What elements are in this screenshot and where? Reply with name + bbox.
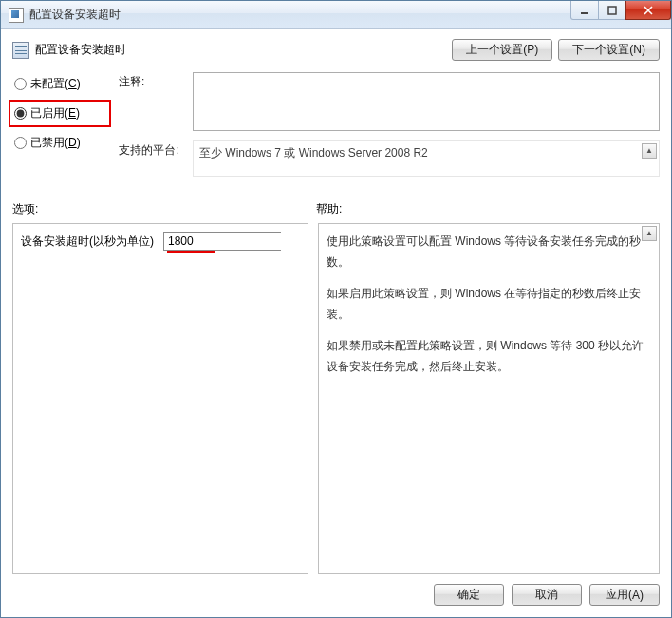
platform-scroll-up[interactable]: ▲ [642,143,657,159]
help-paragraph-1: 使用此策略设置可以配置 Windows 等待设备安装任务完成的秒数。 [327,232,651,272]
minimize-button[interactable] [570,1,599,20]
radio-not-configured[interactable]: 未配置(C) [12,74,107,94]
section-labels: 选项: 帮助: [12,201,660,217]
platform-text: 至少 Windows 7 或 Windows Server 2008 R2 [199,146,428,159]
timeout-option-row: 设备安装超时(以秒为单位) ▲ ▼ [21,232,300,251]
close-icon [644,6,653,15]
minimize-icon [580,6,589,15]
comment-textarea[interactable] [193,72,660,131]
right-column: 注释: 支持的平台: 至少 Windows 7 或 Windows Server… [119,72,660,177]
timeout-label: 设备安装超时(以秒为单位) [21,234,154,250]
next-setting-button[interactable]: 下一个设置(N) [558,39,660,61]
radio-disabled-label: 已禁用(D) [30,135,81,151]
radio-disabled-input[interactable] [14,137,27,149]
comment-row: 注释: [119,72,660,131]
help-scroll-up[interactable]: ▲ [642,226,657,241]
platform-scroll: ▲ [642,143,657,159]
options-label: 选项: [12,201,316,217]
titlebar[interactable]: 配置设备安装超时 [1,1,671,29]
help-scroll: ▲ [642,226,657,241]
config-row: 未配置(C) 已启用(E) 已禁用(D) 注释: 支持的平台: [12,72,660,177]
radio-enabled-input[interactable] [14,107,27,120]
platform-box: 至少 Windows 7 或 Windows Server 2008 R2 ▲ [193,140,660,177]
close-button[interactable] [625,1,671,20]
header-row: 配置设备安装超时 上一个设置(P) 下一个设置(N) [12,39,660,61]
page-heading: 配置设备安装超时 [12,42,126,59]
ok-button[interactable]: 确定 [434,584,504,606]
dialog-content: 配置设备安装超时 上一个设置(P) 下一个设置(N) 未配置(C) 已启用(E) [1,29,671,617]
help-paragraph-2: 如果启用此策略设置，则 Windows 在等待指定的秒数后终止安装。 [327,284,651,325]
timeout-input[interactable] [164,233,308,250]
radio-enabled[interactable]: 已启用(E) [12,103,107,123]
options-panel: 设备安装超时(以秒为单位) ▲ ▼ [12,223,308,574]
app-icon [9,8,24,23]
maximize-icon [607,6,617,15]
policy-icon [12,42,29,59]
apply-button[interactable]: 应用(A) [589,584,660,606]
state-radio-group: 未配置(C) 已启用(E) 已禁用(D) [12,72,107,177]
radio-enabled-label: 已启用(E) [30,105,80,122]
dialog-footer: 确定 取消 应用(A) [12,574,660,606]
timeout-spinner[interactable]: ▲ ▼ [163,232,281,251]
radio-not-configured-input[interactable] [14,78,27,90]
radio-not-configured-label: 未配置(C) [30,76,81,92]
window-controls [571,1,671,20]
help-label: 帮助: [316,201,660,217]
platform-row: 支持的平台: 至少 Windows 7 或 Windows Server 200… [119,140,660,177]
window-title: 配置设备安装超时 [29,7,121,23]
prev-setting-button[interactable]: 上一个设置(P) [452,39,552,61]
svg-rect-0 [581,12,588,14]
platform-label: 支持的平台: [119,140,187,177]
comment-label: 注释: [119,72,187,131]
help-panel: ▲ 使用此策略设置可以配置 Windows 等待设备安装任务完成的秒数。 如果启… [318,223,660,574]
panels: 设备安装超时(以秒为单位) ▲ ▼ ▲ 使用此策略设置可以配置 Windows … [12,223,660,574]
maximize-button[interactable] [598,1,626,20]
radio-disabled[interactable]: 已禁用(D) [12,133,107,153]
nav-buttons: 上一个设置(P) 下一个设置(N) [452,39,660,61]
svg-rect-1 [608,7,616,14]
cancel-button[interactable]: 取消 [512,584,582,606]
dialog-window: 配置设备安装超时 配置设备安装超时 上一个设置(P) 下一个设置(N) [0,0,672,618]
heading-text: 配置设备安装超时 [35,42,126,58]
help-paragraph-3: 如果禁用或未配置此策略设置，则 Windows 等待 300 秒以允许设备安装任… [327,336,651,377]
